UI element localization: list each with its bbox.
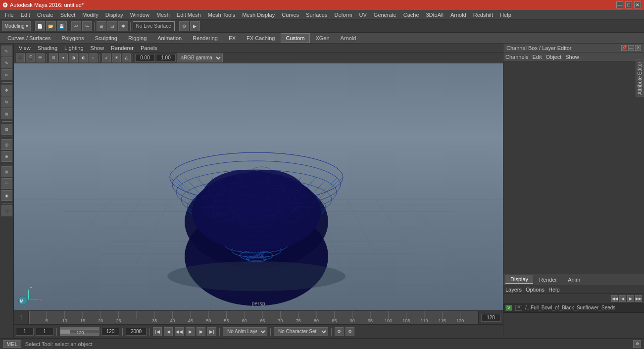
char-set-dropdown[interactable]: No Character Set — [274, 327, 328, 336]
layer-nav-prev-btn[interactable]: ◀ — [619, 295, 626, 302]
maximize-button[interactable]: □ — [625, 1, 632, 8]
menu-item-edit[interactable]: Edit — [18, 11, 33, 18]
step-back-btn[interactable]: ◀ — [164, 327, 173, 336]
vp-grid-btn[interactable]: # — [102, 53, 111, 62]
menu-item-uv[interactable]: UV — [356, 11, 370, 18]
shelf-tab-animation[interactable]: Animation — [152, 33, 187, 43]
display-layer-menu-options[interactable]: Options — [526, 287, 545, 293]
layer-visibility-btn[interactable]: V — [505, 305, 512, 311]
vp-light-btn[interactable]: ☀ — [112, 53, 121, 62]
menu-item-mesh-tools[interactable]: Mesh Tools — [205, 11, 238, 18]
cb-menu-object[interactable]: Object — [545, 54, 561, 60]
shelf-tab-rendering[interactable]: Rendering — [187, 33, 223, 43]
transform-tool-btn[interactable]: ⊡ — [1, 124, 12, 135]
shelf-tab-fx[interactable]: FX — [223, 33, 241, 43]
vp-menu-renderer[interactable]: Renderer — [108, 45, 137, 51]
3d-viewport[interactable]: persp Y X M — [14, 63, 503, 310]
menu-item-display[interactable]: Display — [102, 11, 126, 18]
shelf-tab-curves--surfaces[interactable]: Curves / Surfaces — [2, 33, 56, 43]
undo-btn[interactable]: ↩ — [71, 21, 81, 31]
display-tab-anim[interactable]: Anim — [563, 275, 585, 284]
mel-label[interactable]: MEL — [3, 340, 21, 348]
snap-btn[interactable]: ⊞ — [97, 21, 106, 31]
menu-item-mesh[interactable]: Mesh — [153, 11, 173, 18]
display-layer-menu-layers[interactable]: Layers — [505, 287, 522, 293]
lasso-tool-btn[interactable]: ⊂ — [1, 69, 12, 80]
display-layer-menu-help[interactable]: Help — [548, 287, 560, 293]
snap-curve-btn[interactable]: ◠ — [1, 178, 12, 189]
shelf-tab-rigging[interactable]: Rigging — [123, 33, 152, 43]
select-tool-btn[interactable]: ↖ — [1, 46, 12, 56]
snap2-btn[interactable]: ⊡ — [107, 21, 117, 31]
open-file-btn[interactable]: 📂 — [46, 21, 56, 31]
cb-menu-channels[interactable]: Channels — [505, 54, 528, 60]
shelf-tab-polygons[interactable]: Polygons — [56, 33, 89, 43]
anim-settings2-btn[interactable]: ⚙ — [346, 327, 354, 336]
camera-far-input[interactable] — [156, 54, 176, 62]
menu-item-cache[interactable]: Cache — [400, 11, 422, 18]
step-fwd-btn[interactable]: ▶ — [197, 327, 205, 336]
display-tab-display[interactable]: Display — [505, 275, 533, 284]
color-profile-dropdown[interactable]: sRGB gamma — [177, 53, 223, 62]
save-file-btn[interactable]: 💾 — [57, 21, 67, 31]
new-file-btn[interactable]: 📄 — [35, 21, 45, 31]
render-settings-btn[interactable]: ⚙ — [179, 21, 189, 31]
play-back-btn[interactable]: ◀◀ — [175, 327, 184, 336]
shelf-tab-custom[interactable]: Custom — [281, 33, 310, 43]
menu-item-file[interactable]: File — [2, 11, 17, 18]
snap-grid-btn[interactable]: ⊞ — [1, 166, 12, 177]
layer-nav-right-btn[interactable]: ▶▶ — [635, 295, 642, 302]
display-tab-render[interactable]: Render — [534, 275, 562, 284]
end-frame-input[interactable] — [481, 314, 501, 322]
vp-menu-show[interactable]: Show — [88, 45, 107, 51]
sym-sel-btn[interactable]: ⊕ — [1, 151, 12, 162]
camera-near-input[interactable] — [135, 54, 155, 62]
menu-item-curves[interactable]: Curves — [279, 11, 302, 18]
menu-item-select[interactable]: Select — [57, 11, 79, 18]
range-slider[interactable]: 120 — [60, 327, 99, 336]
menu-item-3dtoall[interactable]: 3DtoAll — [423, 11, 446, 18]
vp-menu-shading[interactable]: Shading — [35, 45, 60, 51]
redo-btn[interactable]: ↪ — [82, 21, 92, 31]
end-btn[interactable]: ▶| — [207, 327, 216, 336]
menu-item-arnold[interactable]: Arnold — [447, 11, 469, 18]
cb-pin-btn[interactable]: 📌 — [621, 45, 627, 51]
layer-nav-next-btn[interactable]: ▶ — [627, 295, 634, 302]
menu-item-edit-mesh[interactable]: Edit Mesh — [174, 11, 204, 18]
sb-settings-btn[interactable]: ⚙ — [633, 340, 641, 348]
vp-shade2-btn[interactable]: ◑ — [69, 53, 78, 62]
vp-menu-view[interactable]: View — [16, 45, 34, 51]
vp-camera-btn[interactable]: 🎥 — [16, 53, 25, 62]
menu-item-redshift[interactable]: Redshift — [470, 11, 496, 18]
cb-menu-show[interactable]: Show — [565, 54, 579, 60]
snap3-btn[interactable]: ✱ — [118, 21, 128, 31]
menu-item-generate[interactable]: Generate — [371, 11, 399, 18]
shelf-tab-fx-caching[interactable]: FX Caching — [241, 33, 280, 43]
vp-film-btn[interactable]: 🎬 — [26, 53, 35, 62]
vp-eye-btn[interactable]: 👁 — [36, 53, 45, 62]
current-frame-input[interactable] — [36, 328, 53, 336]
vp-menu-panels[interactable]: Panels — [138, 45, 160, 51]
cb-menu-edit[interactable]: Edit — [532, 54, 542, 60]
menu-item-create[interactable]: Create — [34, 11, 56, 18]
vp-shade1-btn[interactable]: ● — [59, 53, 68, 62]
menu-item-mesh-display[interactable]: Mesh Display — [239, 11, 278, 18]
attribute-editor-tab[interactable]: Attribute Editor — [636, 59, 644, 97]
shelf-tab-sculpting[interactable]: Sculpting — [90, 33, 123, 43]
paint-tool-btn[interactable]: ✎ — [1, 57, 12, 68]
scale-tool-btn[interactable]: ⊞ — [1, 108, 12, 119]
start-frame-input[interactable] — [16, 328, 34, 336]
anim-layer-dropdown[interactable]: No Anim Layer — [223, 327, 267, 336]
menu-item-surfaces[interactable]: Surfaces — [303, 11, 330, 18]
layer-p-btn[interactable]: P — [515, 305, 522, 311]
vp-shade3-btn[interactable]: ◐ — [79, 53, 88, 62]
menu-item-help[interactable]: Help — [497, 11, 514, 18]
vp-shadow-btn[interactable]: ◭ — [122, 53, 131, 62]
layer-nav-left-btn[interactable]: ◀◀ — [611, 295, 618, 302]
modeling-dropdown[interactable]: Modeling ▾ — [2, 21, 31, 31]
snap-point-btn[interactable]: ◉ — [1, 190, 12, 201]
timeline-track[interactable]: 5 10 15 20 25 35 — [29, 311, 478, 324]
close-button[interactable]: ✕ — [634, 1, 641, 8]
end-anim-input[interactable] — [126, 328, 147, 336]
play-fwd-btn[interactable]: ▶ — [186, 327, 195, 336]
